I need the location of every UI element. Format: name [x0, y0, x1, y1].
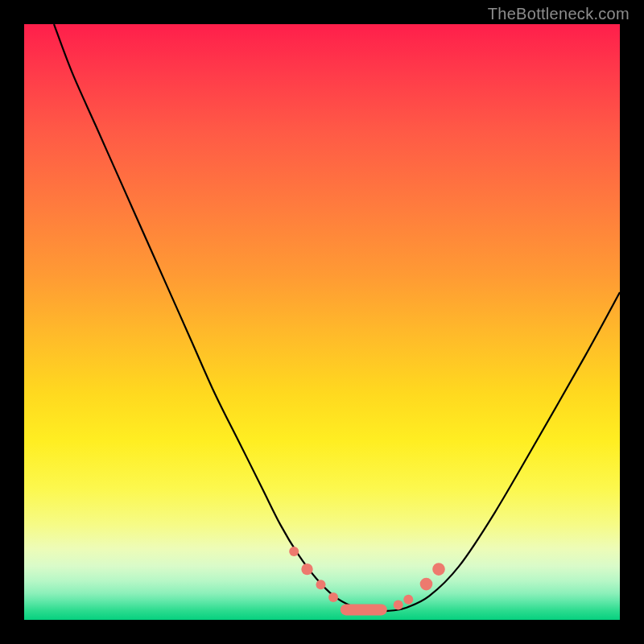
curve-marker	[341, 604, 387, 615]
curve-marker	[432, 563, 445, 576]
curve-marker	[420, 578, 433, 591]
curve-marker	[394, 601, 403, 610]
curve-line	[54, 24, 620, 611]
curve-marker	[316, 580, 326, 589]
curve-marker	[328, 592, 338, 602]
curve-markers	[289, 547, 445, 616]
curve-marker	[289, 547, 299, 556]
bottleneck-curve-path	[54, 24, 620, 611]
curve-marker	[301, 564, 312, 575]
plot-area	[24, 24, 620, 620]
chart-frame: TheBottleneck.com	[0, 0, 644, 644]
curve-svg	[24, 24, 620, 620]
curve-marker	[403, 595, 413, 605]
watermark-text: TheBottleneck.com	[488, 5, 630, 23]
